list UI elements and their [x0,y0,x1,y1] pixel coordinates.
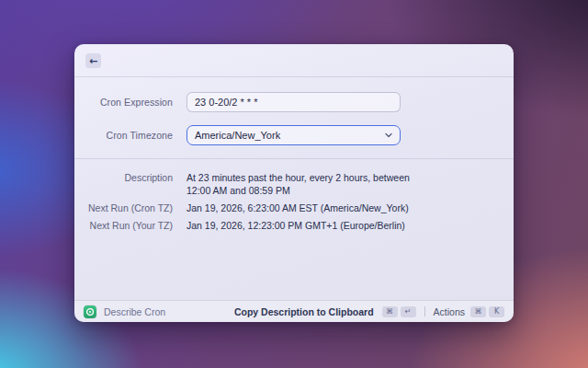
describe-cron-window: ← Cron Expression Cron Timezone America/… [74,44,514,322]
next-run-cron-tz-label: Next Run (Cron TZ) [74,201,173,214]
app-name-label: Describe Cron [104,306,165,317]
cron-timezone-label: Cron Timezone [74,130,173,141]
describe-cron-app-icon [84,305,96,318]
details-section: Description At 23 minutes past the hour,… [74,159,514,232]
next-run-your-tz-label: Next Run (Your TZ) [74,219,173,232]
detail-row-next-run-cron-tz: Next Run (Cron TZ) Jan 19, 2026, 6:23:00… [74,201,514,214]
k-key-icon: K [489,306,504,317]
form-section: Cron Expression Cron Timezone America/Ne… [74,77,514,145]
next-run-your-tz-value: Jan 19, 2026, 12:23:00 PM GMT+1 (Europe/… [187,219,405,232]
cron-timezone-value: America/New_York [195,130,280,141]
footer-divider [424,306,425,316]
copy-description-button[interactable]: Copy Description to Clipboard [234,306,374,317]
action-bar: Describe Cron Copy Description to Clipbo… [74,300,514,322]
description-label: Description [74,171,173,184]
detail-row-next-run-your-tz: Next Run (Your TZ) Jan 19, 2026, 12:23:0… [74,219,514,232]
next-run-cron-tz-value: Jan 19, 2026, 6:23:00 AM EST (America/Ne… [187,201,409,214]
form-row-cron-timezone: Cron Timezone America/New_York [74,125,503,145]
cron-timezone-dropdown[interactable]: America/New_York [187,125,401,145]
back-arrow-icon: ← [89,56,97,66]
form-row-cron-expression: Cron Expression [74,92,503,112]
cmd-key-icon: ⌘ [470,306,486,317]
description-value: At 23 minutes past the hour, every 2 hou… [187,171,414,197]
chevron-down-icon [385,132,392,138]
window-header: ← [74,44,514,77]
back-button[interactable]: ← [85,53,101,68]
cron-expression-label: Cron Expression [74,97,173,108]
detail-row-description: Description At 23 minutes past the hour,… [74,171,514,197]
cmd-key-icon: ⌘ [382,306,398,317]
cron-expression-input[interactable] [187,92,401,112]
enter-key-icon: ↵ [401,306,416,317]
actions-button[interactable]: Actions [434,306,465,317]
